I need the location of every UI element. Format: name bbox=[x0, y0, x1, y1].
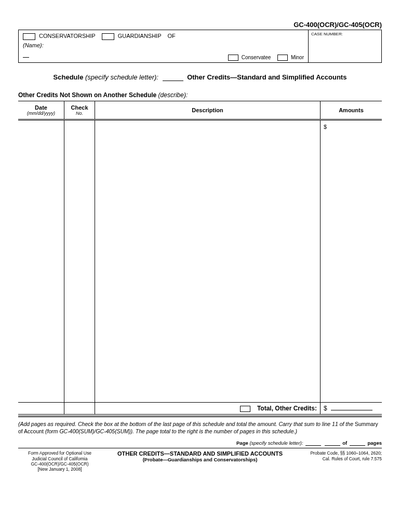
amt-header: Amounts bbox=[321, 101, 382, 120]
check-header-sub: No. bbox=[66, 111, 92, 116]
footer-right-2: Cal. Rules of Court, rule 7.575 bbox=[299, 456, 382, 461]
date-header: Date (mm/dd/yyyy) bbox=[18, 101, 64, 120]
footer-left-1: Form Approved for Optional Use bbox=[18, 450, 101, 456]
total-check-cell bbox=[64, 403, 95, 415]
total-amt-cell[interactable]: $ bbox=[321, 403, 382, 415]
header-type-row: CONSERVATORSHIP GUARDIANSHIP OF bbox=[23, 33, 304, 40]
check-header-text: Check bbox=[71, 104, 88, 111]
section-title-text: Other Credits Not Shown on Another Sched… bbox=[18, 91, 156, 99]
footer-sub: (Probate—Guardianships and Conservatorsh… bbox=[101, 457, 299, 462]
desc-cell[interactable] bbox=[95, 120, 321, 403]
date-cell[interactable] bbox=[18, 120, 64, 403]
section-title: Other Credits Not Shown on Another Sched… bbox=[18, 91, 382, 99]
footer-right-1: Probate Code, §§ 1060–1064, 2620; bbox=[299, 450, 382, 456]
case-number-box: CASE NUMBER: bbox=[308, 30, 381, 62]
conservatee-label: Conservatee bbox=[242, 55, 271, 60]
page-letter-blank[interactable] bbox=[305, 445, 321, 446]
check-cell[interactable] bbox=[64, 120, 95, 403]
conservatorship-label: CONSERVATORSHIP bbox=[39, 33, 95, 39]
amt-cell[interactable]: $ bbox=[321, 120, 382, 403]
instructions-part2: (form GC-400(SUM)/GC-405(SUM)). The page… bbox=[44, 428, 297, 434]
page-number-blank[interactable] bbox=[325, 445, 340, 446]
schedule-word: Schedule bbox=[54, 73, 84, 81]
form-code: GC-400(OCR)/GC-405(OCR) bbox=[18, 21, 382, 29]
schedule-letter-blank[interactable] bbox=[163, 81, 183, 81]
schedule-title-line: Schedule (specify schedule letter): Othe… bbox=[18, 73, 382, 81]
total-label-text: Total, Other Credits: bbox=[257, 405, 317, 412]
date-header-sub: (mm/dd/yyyy) bbox=[20, 111, 62, 116]
total-dollar-sign: $ bbox=[324, 405, 327, 412]
footer-left-4: [New January 1, 2008] bbox=[18, 467, 101, 472]
form-page: GC-400(OCR)/GC-405(OCR) CONSERVATORSHIP … bbox=[0, 0, 400, 482]
total-row: Total, Other Credits: $ bbox=[18, 403, 382, 415]
schedule-title: Other Credits—Standard and Simplified Ac… bbox=[187, 73, 346, 81]
check-header: Check No. bbox=[64, 101, 95, 120]
instructions-part1: (Add pages as required. Check the box at… bbox=[18, 421, 355, 427]
footer-title: OTHER CREDITS—STANDARD AND SIMPLIFIED AC… bbox=[101, 450, 299, 457]
footer-left-2: Judicial Council of California bbox=[18, 456, 101, 461]
footer: Form Approved for Optional Use Judicial … bbox=[18, 448, 382, 472]
section-describe: (describe): bbox=[158, 91, 188, 99]
total-amt-underline bbox=[331, 410, 372, 410]
header-box: CONSERVATORSHIP GUARDIANSHIP OF (Name): … bbox=[18, 30, 382, 63]
page-specify: (specify schedule letter): bbox=[249, 440, 303, 446]
total-date-cell bbox=[18, 403, 64, 415]
dollar-sign: $ bbox=[324, 124, 327, 130]
guardianship-label: GUARDIANSHIP bbox=[118, 33, 162, 39]
name-row: (Name): bbox=[23, 42, 304, 48]
footer-right: Probate Code, §§ 1060–1064, 2620; Cal. R… bbox=[299, 450, 382, 461]
of-label: OF bbox=[168, 33, 176, 39]
total-checkbox[interactable] bbox=[240, 406, 250, 412]
page-total-blank[interactable] bbox=[350, 445, 365, 446]
pages-word: pages bbox=[368, 440, 382, 446]
of-word: of bbox=[342, 440, 347, 446]
minor-checkbox[interactable] bbox=[277, 55, 288, 61]
date-header-text: Date bbox=[35, 104, 47, 111]
guardianship-checkbox[interactable] bbox=[102, 33, 114, 40]
total-label-cell: Total, Other Credits: bbox=[95, 403, 321, 415]
conservatorship-checkbox[interactable] bbox=[23, 33, 35, 40]
schedule-specify: (specify schedule letter): bbox=[85, 73, 158, 81]
table-header-row: Date (mm/dd/yyyy) Check No. Description … bbox=[18, 101, 382, 120]
case-number-label: CASE NUMBER: bbox=[311, 32, 343, 36]
header-left: CONSERVATORSHIP GUARDIANSHIP OF (Name): … bbox=[19, 30, 308, 62]
instructions: (Add pages as required. Check the box at… bbox=[18, 420, 382, 435]
desc-header: Description bbox=[95, 101, 321, 120]
name-label: (Name): bbox=[23, 42, 44, 48]
credits-table: Date (mm/dd/yyyy) Check No. Description … bbox=[18, 101, 382, 415]
page-count-line: Page (specify schedule letter): of pages bbox=[18, 440, 382, 446]
footer-left-3: GC-400(OCR)/GC-405(OCR) bbox=[18, 461, 101, 467]
minor-label: Minor bbox=[291, 55, 304, 60]
table-body-row: $ bbox=[18, 120, 382, 403]
person-type-row: Conservatee Minor bbox=[23, 55, 304, 61]
footer-center: OTHER CREDITS—STANDARD AND SIMPLIFIED AC… bbox=[101, 450, 299, 462]
conservatee-checkbox[interactable] bbox=[228, 55, 238, 61]
footer-left: Form Approved for Optional Use Judicial … bbox=[18, 450, 101, 472]
page-word: Page bbox=[236, 440, 248, 446]
table-double-bottom bbox=[18, 416, 382, 417]
